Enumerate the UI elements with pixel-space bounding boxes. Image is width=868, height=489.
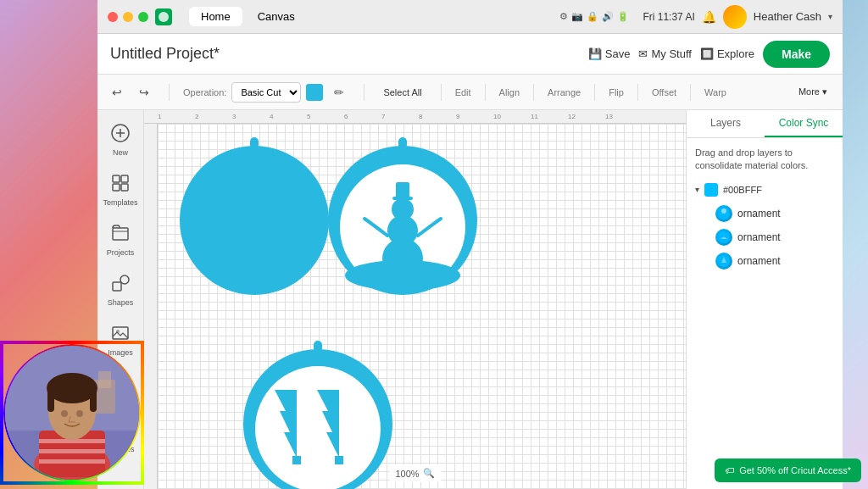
panel-tabs: Layers Color Sync <box>687 110 843 138</box>
sidebar-item-new[interactable]: New <box>100 117 141 164</box>
sidebar-new-label: New <box>113 148 128 157</box>
layer-icon-3 <box>715 253 732 270</box>
svg-rect-32 <box>335 456 343 464</box>
svg-rect-49 <box>47 386 54 412</box>
bg-right <box>843 0 868 489</box>
home-tab[interactable]: Home <box>189 7 242 26</box>
ornaments-svg <box>171 127 646 489</box>
canvas-grid[interactable] <box>158 124 686 489</box>
chevron-down-icon: ▾ <box>695 185 699 194</box>
ruler-numbers: 1 2 3 4 5 6 7 8 9 10 11 12 13 <box>144 113 686 120</box>
save-icon: 💾 <box>588 47 602 60</box>
arrange-label: Arrange <box>548 87 581 97</box>
layers-tab[interactable]: Layers <box>687 110 765 137</box>
minimize-button[interactable] <box>123 12 133 22</box>
explore-icon: 🔲 <box>700 47 714 60</box>
layer-item-3[interactable]: ornament <box>695 249 834 273</box>
svg-rect-7 <box>121 184 128 191</box>
projects-icon <box>111 224 130 247</box>
fill-color-icon[interactable] <box>306 84 323 101</box>
explore-button[interactable]: 🔲 Explore <box>700 47 754 60</box>
svg-point-28 <box>255 366 381 489</box>
divider-1 <box>169 84 170 101</box>
color-hex-label: #00BFFF <box>723 185 762 195</box>
svg-rect-45 <box>39 449 105 453</box>
divider-8 <box>690 84 691 101</box>
svg-rect-11 <box>113 327 128 339</box>
maximize-button[interactable] <box>138 12 148 22</box>
promo-icon: 🏷 <box>725 465 734 475</box>
ornament-2[interactable] <box>328 137 477 295</box>
webcam-overlay <box>0 341 144 485</box>
svg-rect-6 <box>113 184 120 191</box>
canvas-tab[interactable]: Canvas <box>246 7 307 26</box>
make-button[interactable]: Make <box>763 41 830 68</box>
zoom-icon: 🔍 <box>423 468 435 479</box>
sidebar-item-shapes[interactable]: Shapes <box>100 267 141 314</box>
undo-button[interactable]: ↩ <box>106 81 128 103</box>
offset-label: Offset <box>652 87 676 97</box>
svg-rect-5 <box>121 175 128 182</box>
toolbar: ↩ ↪ Operation: Basic Cut ✏ Select All Ed… <box>97 75 843 110</box>
promo-text: Get 50% off Cricut Access* <box>739 465 851 475</box>
promo-banner[interactable]: 🏷 Get 50% off Cricut Access* <box>715 458 861 482</box>
mail-icon: ✉ <box>638 47 648 60</box>
divider-5 <box>533 84 534 101</box>
svg-rect-50 <box>90 386 97 412</box>
user-avatar[interactable] <box>723 5 747 29</box>
svg-rect-4 <box>113 175 120 182</box>
webcam-person <box>5 346 139 480</box>
svg-point-0 <box>159 12 169 22</box>
panel-content: Drag and drop layers to consolidate mate… <box>687 138 843 489</box>
ornament-3[interactable] <box>243 341 392 489</box>
panel-description: Drag and drop layers to consolidate mate… <box>695 147 834 173</box>
user-name: Heather Cash <box>754 10 821 23</box>
more-button[interactable]: More ▾ <box>792 85 834 99</box>
zoom-control[interactable]: 100% 🔍 <box>388 464 441 482</box>
close-button[interactable] <box>108 12 118 22</box>
edit-tool-button[interactable]: ✏ <box>328 81 350 103</box>
sidebar-item-templates[interactable]: Templates <box>100 167 141 214</box>
main-area: New Templates Projects Shapes <box>97 110 843 489</box>
color-sync-tab[interactable]: Color Sync <box>765 110 843 137</box>
ruler-left <box>144 124 158 489</box>
svg-point-52 <box>76 410 83 417</box>
project-title: Untitled Project* <box>110 45 580 63</box>
color-group-1: ▾ #00BFFF ornament orna <box>695 183 834 273</box>
app-window: Home Canvas ⚙ 📷 🔒 🔊 🔋 Fri 11:37 AI 🔔 Hea… <box>97 0 843 489</box>
images-icon <box>111 324 130 347</box>
layer-item-2[interactable]: ornament <box>695 225 834 249</box>
traffic-lights <box>108 12 148 22</box>
user-dropdown-icon[interactable]: ▾ <box>828 12 832 21</box>
svg-rect-31 <box>292 456 301 464</box>
edit-label: Edit <box>455 87 471 97</box>
header-actions: Untitled Project* 💾 Save ✉ My Stuff 🔲 Ex… <box>97 34 843 75</box>
my-stuff-button[interactable]: ✉ My Stuff <box>638 47 691 60</box>
layer-item-1[interactable]: ornament <box>695 202 834 225</box>
right-panel: Layers Color Sync Drag and drop layers t… <box>686 110 843 489</box>
select-all-button[interactable]: Select All <box>378 86 426 99</box>
svg-rect-41 <box>98 371 111 388</box>
title-bar-right: ⚙ 📷 🔒 🔊 🔋 Fri 11:37 AI 🔔 Heather Cash ▾ <box>559 5 832 29</box>
svg-point-34 <box>721 208 726 214</box>
svg-rect-46 <box>39 459 105 464</box>
canvas-area[interactable]: 1 2 3 4 5 6 7 8 9 10 11 12 13 <box>144 110 686 489</box>
svg-point-51 <box>61 410 68 417</box>
title-bar: Home Canvas ⚙ 📷 🔒 🔊 🔋 Fri 11:37 AI 🔔 Hea… <box>97 0 843 34</box>
align-label: Align <box>499 87 520 97</box>
sidebar-item-projects[interactable]: Projects <box>100 217 141 264</box>
ornament-1[interactable] <box>180 137 329 295</box>
svg-point-23 <box>392 198 414 220</box>
layer-label-1: ornament <box>737 208 781 219</box>
nav-tabs: Home Canvas <box>189 7 307 26</box>
save-button[interactable]: 💾 Save <box>588 47 631 60</box>
color-group-header[interactable]: ▾ #00BFFF <box>695 183 834 197</box>
shapes-icon <box>111 274 130 297</box>
svg-rect-25 <box>396 182 409 198</box>
zoom-level: 100% <box>395 469 419 479</box>
notifications-icon[interactable]: 🔔 <box>702 10 716 24</box>
svg-point-10 <box>120 275 129 284</box>
operation-select[interactable]: Basic Cut <box>231 82 301 103</box>
sidebar-templates-label: Templates <box>103 198 137 207</box>
redo-button[interactable]: ↪ <box>133 81 155 103</box>
